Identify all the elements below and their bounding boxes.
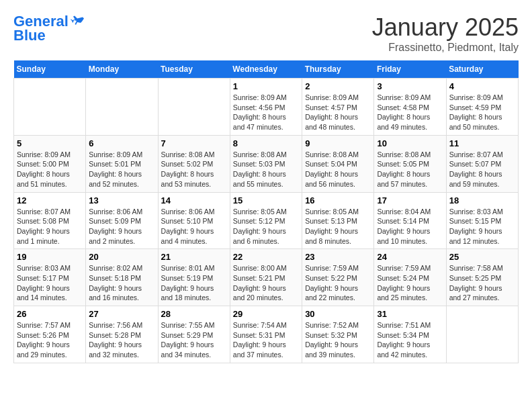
calendar-week-5: 26Sunrise: 7:57 AM Sunset: 5:26 PM Dayli…	[14, 306, 519, 363]
day-number: 30	[305, 309, 371, 319]
day-number: 8	[233, 138, 299, 148]
calendar-cell: 18Sunrise: 8:03 AM Sunset: 5:15 PM Dayli…	[446, 192, 518, 249]
calendar-cell: 9Sunrise: 8:08 AM Sunset: 5:04 PM Daylig…	[302, 135, 374, 192]
weekday-header-row: SundayMondayTuesdayWednesdayThursdayFrid…	[14, 60, 519, 79]
calendar-cell: 13Sunrise: 8:06 AM Sunset: 5:09 PM Dayli…	[86, 192, 158, 249]
day-number: 11	[449, 138, 515, 148]
calendar-cell: 11Sunrise: 8:07 AM Sunset: 5:07 PM Dayli…	[446, 135, 518, 192]
title-area: January 2025 Frassinetto, Piedmont, Ital…	[372, 13, 519, 54]
calendar-cell: 31Sunrise: 7:51 AM Sunset: 5:34 PM Dayli…	[374, 306, 446, 363]
day-info: Sunrise: 8:09 AM Sunset: 4:58 PM Dayligh…	[377, 93, 443, 132]
day-number: 7	[161, 138, 227, 148]
day-info: Sunrise: 8:09 AM Sunset: 5:01 PM Dayligh…	[89, 150, 154, 189]
day-number: 3	[377, 81, 443, 91]
day-info: Sunrise: 8:03 AM Sunset: 5:15 PM Dayligh…	[449, 207, 515, 246]
day-number: 5	[17, 138, 83, 148]
calendar-cell: 23Sunrise: 7:59 AM Sunset: 5:22 PM Dayli…	[302, 249, 374, 306]
day-info: Sunrise: 8:02 AM Sunset: 5:18 PM Dayligh…	[89, 263, 154, 303]
day-number: 27	[89, 309, 154, 319]
day-info: Sunrise: 7:58 AM Sunset: 5:25 PM Dayligh…	[449, 263, 515, 303]
day-number: 31	[377, 309, 443, 319]
calendar-cell: 14Sunrise: 8:06 AM Sunset: 5:10 PM Dayli…	[158, 192, 230, 249]
calendar-cell: 22Sunrise: 8:00 AM Sunset: 5:21 PM Dayli…	[230, 249, 302, 306]
day-info: Sunrise: 8:00 AM Sunset: 5:21 PM Dayligh…	[233, 263, 299, 303]
day-number: 20	[89, 252, 154, 262]
day-number: 9	[305, 138, 371, 148]
calendar-week-3: 12Sunrise: 8:07 AM Sunset: 5:08 PM Dayli…	[14, 192, 519, 249]
day-info: Sunrise: 7:54 AM Sunset: 5:31 PM Dayligh…	[233, 320, 299, 360]
day-info: Sunrise: 7:59 AM Sunset: 5:22 PM Dayligh…	[305, 263, 371, 303]
calendar-table: SundayMondayTuesdayWednesdayThursdayFrid…	[13, 60, 519, 363]
calendar-cell	[86, 79, 158, 136]
calendar-cell: 5Sunrise: 8:09 AM Sunset: 5:00 PM Daylig…	[14, 135, 86, 192]
day-number: 24	[377, 252, 443, 262]
day-info: Sunrise: 7:59 AM Sunset: 5:24 PM Dayligh…	[377, 263, 443, 303]
day-number: 6	[89, 138, 154, 148]
calendar-cell: 1Sunrise: 8:09 AM Sunset: 4:56 PM Daylig…	[230, 79, 302, 136]
weekday-header-wednesday: Wednesday	[230, 60, 302, 79]
calendar-cell: 21Sunrise: 8:01 AM Sunset: 5:19 PM Dayli…	[158, 249, 230, 306]
weekday-header-saturday: Saturday	[446, 60, 518, 79]
calendar-cell: 20Sunrise: 8:02 AM Sunset: 5:18 PM Dayli…	[86, 249, 158, 306]
day-info: Sunrise: 7:51 AM Sunset: 5:34 PM Dayligh…	[377, 320, 443, 360]
location-title: Frassinetto, Piedmont, Italy	[372, 42, 519, 54]
day-number: 12	[17, 195, 83, 205]
day-info: Sunrise: 8:03 AM Sunset: 5:17 PM Dayligh…	[17, 263, 83, 303]
day-number: 18	[449, 195, 515, 205]
day-info: Sunrise: 8:08 AM Sunset: 5:05 PM Dayligh…	[377, 150, 443, 189]
day-info: Sunrise: 8:07 AM Sunset: 5:08 PM Dayligh…	[17, 207, 83, 246]
calendar-cell: 6Sunrise: 8:09 AM Sunset: 5:01 PM Daylig…	[86, 135, 158, 192]
day-info: Sunrise: 8:09 AM Sunset: 5:00 PM Dayligh…	[17, 150, 83, 189]
day-info: Sunrise: 7:52 AM Sunset: 5:32 PM Dayligh…	[305, 320, 371, 360]
day-info: Sunrise: 8:06 AM Sunset: 5:09 PM Dayligh…	[89, 207, 154, 246]
calendar-cell: 27Sunrise: 7:56 AM Sunset: 5:28 PM Dayli…	[86, 306, 158, 363]
day-number: 2	[305, 81, 371, 91]
day-info: Sunrise: 7:57 AM Sunset: 5:26 PM Dayligh…	[17, 320, 83, 360]
calendar-week-4: 19Sunrise: 8:03 AM Sunset: 5:17 PM Dayli…	[14, 249, 519, 306]
calendar-cell: 10Sunrise: 8:08 AM Sunset: 5:05 PM Dayli…	[374, 135, 446, 192]
calendar-cell: 2Sunrise: 8:09 AM Sunset: 4:57 PM Daylig…	[302, 79, 374, 136]
day-info: Sunrise: 7:55 AM Sunset: 5:29 PM Dayligh…	[161, 320, 227, 360]
day-info: Sunrise: 8:05 AM Sunset: 5:13 PM Dayligh…	[305, 207, 371, 246]
day-number: 14	[161, 195, 227, 205]
day-number: 13	[89, 195, 154, 205]
day-number: 4	[449, 81, 515, 91]
day-number: 26	[17, 309, 83, 319]
calendar-cell: 30Sunrise: 7:52 AM Sunset: 5:32 PM Dayli…	[302, 306, 374, 363]
weekday-header-friday: Friday	[374, 60, 446, 79]
calendar-cell: 16Sunrise: 8:05 AM Sunset: 5:13 PM Dayli…	[302, 192, 374, 249]
calendar-cell: 28Sunrise: 7:55 AM Sunset: 5:29 PM Dayli…	[158, 306, 230, 363]
day-number: 28	[161, 309, 227, 319]
day-info: Sunrise: 8:05 AM Sunset: 5:12 PM Dayligh…	[233, 207, 299, 246]
day-number: 17	[377, 195, 443, 205]
calendar-cell	[14, 79, 86, 136]
calendar-cell: 26Sunrise: 7:57 AM Sunset: 5:26 PM Dayli…	[14, 306, 86, 363]
day-number: 25	[449, 252, 515, 262]
weekday-header-thursday: Thursday	[302, 60, 374, 79]
day-info: Sunrise: 8:09 AM Sunset: 4:56 PM Dayligh…	[233, 93, 299, 132]
weekday-header-monday: Monday	[86, 60, 158, 79]
calendar-cell: 7Sunrise: 8:08 AM Sunset: 5:02 PM Daylig…	[158, 135, 230, 192]
day-number: 15	[233, 195, 299, 205]
day-info: Sunrise: 8:08 AM Sunset: 5:04 PM Dayligh…	[305, 150, 371, 189]
calendar-cell: 4Sunrise: 8:09 AM Sunset: 4:59 PM Daylig…	[446, 79, 518, 136]
day-number: 16	[305, 195, 371, 205]
day-info: Sunrise: 8:04 AM Sunset: 5:14 PM Dayligh…	[377, 207, 443, 246]
calendar-cell: 17Sunrise: 8:04 AM Sunset: 5:14 PM Dayli…	[374, 192, 446, 249]
day-number: 10	[377, 138, 443, 148]
day-info: Sunrise: 8:08 AM Sunset: 5:03 PM Dayligh…	[233, 150, 299, 189]
day-number: 22	[233, 252, 299, 262]
day-info: Sunrise: 8:09 AM Sunset: 4:59 PM Dayligh…	[449, 93, 515, 132]
logo-icon	[70, 13, 85, 26]
day-number: 29	[233, 309, 299, 319]
calendar-cell: 24Sunrise: 7:59 AM Sunset: 5:24 PM Dayli…	[374, 249, 446, 306]
day-number: 19	[17, 252, 83, 262]
calendar-cell	[446, 306, 518, 363]
day-number: 1	[233, 81, 299, 91]
day-info: Sunrise: 8:08 AM Sunset: 5:02 PM Dayligh…	[161, 150, 227, 189]
day-number: 21	[161, 252, 227, 262]
day-number: 23	[305, 252, 371, 262]
calendar-cell: 29Sunrise: 7:54 AM Sunset: 5:31 PM Dayli…	[230, 306, 302, 363]
calendar-cell: 15Sunrise: 8:05 AM Sunset: 5:12 PM Dayli…	[230, 192, 302, 249]
day-info: Sunrise: 7:56 AM Sunset: 5:28 PM Dayligh…	[89, 320, 154, 360]
